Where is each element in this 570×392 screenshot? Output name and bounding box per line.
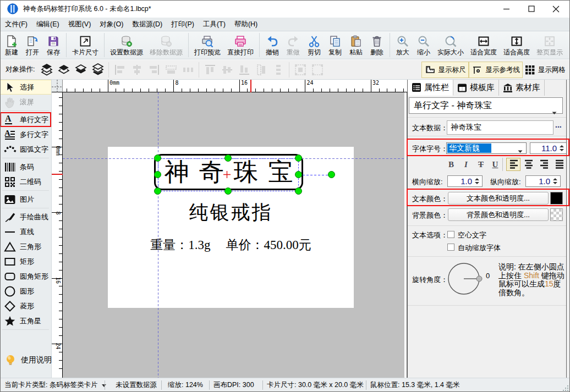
align-left-edge-button[interactable] <box>111 62 128 78</box>
text-color-swatch[interactable] <box>550 192 563 205</box>
spinner-up-icon[interactable] <box>553 178 557 180</box>
menu-view[interactable]: 视图(V) <box>65 18 95 31</box>
strikethrough-button[interactable]: T <box>474 158 487 171</box>
spinner-up-icon[interactable] <box>475 178 479 180</box>
show-ruler-toggle[interactable]: 显示标尺 <box>421 62 469 78</box>
close-button[interactable] <box>544 0 568 18</box>
op-front-button[interactable] <box>38 62 55 78</box>
equal-width-button[interactable] <box>162 62 179 78</box>
zoom-out-button[interactable]: 缩小 <box>413 32 434 58</box>
spinner-down-icon[interactable] <box>553 182 557 184</box>
print-preview-button[interactable]: 打印预览 <box>191 32 224 58</box>
tool-diamond[interactable]: 菱形 <box>0 299 51 313</box>
tab-materials[interactable]: 素材库 <box>499 80 545 96</box>
spinner-up-icon[interactable] <box>560 145 564 147</box>
bold-button[interactable]: B <box>445 158 458 171</box>
maximize-button[interactable] <box>519 0 544 18</box>
panel-scrollbar[interactable] <box>566 80 570 378</box>
menu-tools[interactable]: 工具(T) <box>200 18 229 31</box>
fit-height-button[interactable]: 适合高度 <box>500 32 533 58</box>
resize-grip[interactable] <box>562 384 569 391</box>
show-guides-toggle[interactable]: 显示参考线 <box>469 62 523 78</box>
cut-button[interactable]: 剪切 <box>304 32 325 58</box>
product-line2-text[interactable]: 纯银戒指 <box>108 200 354 225</box>
fit-width-button[interactable]: 适合宽度 <box>467 32 500 58</box>
tool-image[interactable]: 图片 <box>0 192 51 207</box>
align-middle-v-button[interactable] <box>218 62 235 78</box>
italic-button[interactable]: I <box>459 158 473 171</box>
font-family-select[interactable]: 华文新魏 <box>446 142 527 154</box>
panel-align-center-button[interactable] <box>522 158 536 171</box>
copy-button[interactable]: 复制 <box>325 32 346 58</box>
minimize-button[interactable] <box>494 0 519 18</box>
tool-pan[interactable]: 滚屏 <box>0 95 51 109</box>
status-card-type[interactable]: 当前卡片类型: 条码标签类卡片 <box>4 378 106 392</box>
tool-qrcode[interactable]: 二维码 <box>0 174 51 189</box>
tool-single-text[interactable]: A单行文字 <box>0 112 51 127</box>
menu-datasource[interactable]: 数据源(D) <box>129 18 166 31</box>
menu-object[interactable]: 对象(O) <box>96 18 127 31</box>
resize-handle-bottom-center[interactable] <box>224 187 232 195</box>
tool-barcode[interactable]: 条码 <box>0 159 51 174</box>
align-center-h-button[interactable] <box>128 62 145 78</box>
direct-print-button[interactable]: 直接打印 <box>224 32 257 58</box>
tool-select[interactable]: 选择 <box>0 80 51 95</box>
op-up-button[interactable] <box>55 62 72 78</box>
op-back-button[interactable] <box>89 62 106 78</box>
menu-help[interactable]: 帮助(H) <box>231 18 261 31</box>
panel-align-right-button[interactable] <box>537 158 551 171</box>
paste-button[interactable]: 粘贴 <box>346 32 366 58</box>
equal-height-button[interactable] <box>253 62 270 78</box>
new-button[interactable]: 新建 <box>1 32 22 58</box>
menu-file[interactable]: 文件(F) <box>2 18 31 31</box>
tab-templates[interactable]: 模板库 <box>453 80 499 96</box>
scale-v-spinner[interactable]: 1.0 <box>525 175 561 187</box>
bg-color-swatch[interactable] <box>550 208 563 221</box>
font-size-spinner[interactable]: 11.0 <box>530 142 567 154</box>
redo-button[interactable]: 重做 <box>283 32 304 58</box>
spinner-down-icon[interactable] <box>475 182 479 184</box>
resize-handle-bottom-left[interactable] <box>154 187 161 195</box>
tab-properties[interactable]: 属性栏 <box>408 80 453 96</box>
distribute-h-button[interactable] <box>179 62 196 78</box>
align-top-edge-button[interactable] <box>201 62 218 78</box>
show-grid-toggle[interactable]: 显示网格 <box>523 62 568 78</box>
resize-handle-top-center[interactable] <box>224 154 232 162</box>
tool-arc-text[interactable]: 圆弧文字 <box>0 142 51 157</box>
text-data-field[interactable]: 神奇珠宝 <box>447 120 553 135</box>
menu-edit[interactable]: 编辑(E) <box>33 18 63 31</box>
open-button[interactable]: 打开 <box>22 32 43 58</box>
tool-circle[interactable]: 圆形 <box>0 284 51 299</box>
full-page-button[interactable]: 整页显示 <box>533 32 566 58</box>
text-data-more-button[interactable]: ... <box>555 120 562 129</box>
text-color-button[interactable]: 文本颜色和透明度... <box>448 192 549 205</box>
panel-align-justify-button[interactable] <box>552 158 567 171</box>
vertical-guide-line[interactable] <box>158 92 158 378</box>
remove-datasource-button[interactable]: 移除数据源 <box>146 32 186 58</box>
tool-multi-text[interactable]: A多行文字 <box>0 127 51 142</box>
ungroup-button[interactable] <box>309 62 326 78</box>
rotation-handle[interactable] <box>328 171 335 178</box>
tool-rounded-rect[interactable]: 圆角矩形 <box>0 269 51 284</box>
align-right-edge-button[interactable] <box>145 62 162 78</box>
distribute-v-button[interactable] <box>270 62 287 78</box>
group-button[interactable] <box>292 62 309 78</box>
help-button[interactable]: 使用说明 <box>0 352 52 368</box>
actual-size-button[interactable]: 实际大小 <box>434 32 467 58</box>
hollow-text-checkbox[interactable] <box>447 231 454 238</box>
tool-freehand[interactable]: 手绘曲线 <box>0 209 51 224</box>
op-down-button[interactable] <box>72 62 89 78</box>
canvas-viewport[interactable]: 神奇珠宝 纯银戒指 重量：1.3g单价：450.00元 <box>63 92 404 378</box>
tool-rect[interactable]: 矩形 <box>0 254 51 269</box>
underline-button[interactable]: U <box>489 158 502 171</box>
auto-scale-checkbox[interactable] <box>447 244 454 251</box>
zoom-in-button[interactable]: 放大 <box>392 32 413 58</box>
undo-button[interactable]: 撤销 <box>262 32 283 58</box>
tool-star[interactable]: 五角星 <box>0 313 51 328</box>
resize-handle-top-right[interactable] <box>295 154 302 162</box>
price-line-text[interactable]: 重量：1.3g单价：450.00元 <box>108 236 354 253</box>
tool-line[interactable]: 直线 <box>0 224 51 239</box>
spinner-down-icon[interactable] <box>560 149 564 151</box>
menu-print[interactable]: 打印(P) <box>168 18 198 31</box>
panel-align-left-button[interactable] <box>506 158 520 171</box>
